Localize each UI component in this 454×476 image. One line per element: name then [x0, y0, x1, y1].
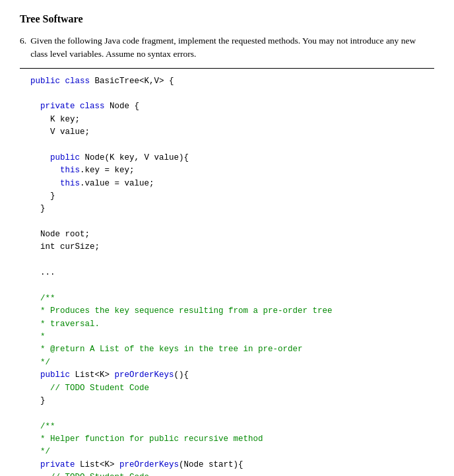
code-line: }: [30, 190, 424, 203]
code-line: * @return A List of the keys in the tree…: [30, 343, 424, 356]
code-line: public class BasicTree<K,V> {: [30, 75, 424, 88]
code-line: [30, 254, 424, 267]
code-block: public class BasicTree<K,V> { private cl…: [20, 68, 434, 477]
code-line: [30, 88, 424, 100]
code-line: [30, 407, 424, 420]
question-text: 6. Given the following Java code fragmen…: [20, 34, 434, 61]
code-line: public Node(K key, V value){: [30, 152, 424, 164]
code-line: * Produces the key sequence resulting fr…: [30, 305, 424, 318]
code-line: public List<K> preOrderKeys(){: [30, 369, 424, 382]
code-line: this.key = key;: [30, 164, 424, 177]
code-line: /**: [30, 292, 424, 305]
code-line: */: [30, 446, 424, 458]
question-body: Given the following Java code fragment, …: [30, 34, 434, 61]
code-line: }: [30, 203, 424, 215]
code-line: * traversal.: [30, 318, 424, 331]
code-line: * Helper function for public recursive m…: [30, 433, 424, 446]
code-line: private class Node {: [30, 100, 424, 113]
code-line: this.value = value;: [30, 178, 424, 190]
code-line: V value;: [30, 126, 424, 139]
code-line: [30, 139, 424, 151]
code-line: [30, 216, 424, 228]
code-line: // TODO Student Code: [30, 471, 424, 476]
code-line: [30, 280, 424, 292]
code-line: int curSize;: [30, 241, 424, 254]
code-line: K key;: [30, 114, 424, 126]
page-title: Tree Software: [20, 13, 434, 25]
code-line: */: [30, 357, 424, 369]
code-line: *: [30, 331, 424, 343]
code-line: Node root;: [30, 228, 424, 241]
question-block: 6. Given the following Java code fragmen…: [20, 34, 434, 476]
question-number: 6.: [20, 34, 26, 61]
code-line: /**: [30, 421, 424, 433]
code-line: ...: [30, 267, 424, 279]
code-line: }: [30, 395, 424, 407]
code-line: private List<K> preOrderKeys(Node start)…: [30, 459, 424, 471]
code-line: // TODO Student Code: [30, 382, 424, 395]
